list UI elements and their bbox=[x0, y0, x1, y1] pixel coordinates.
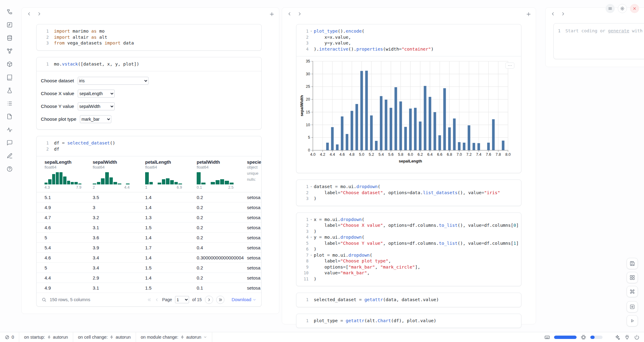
sidebar-snippets-button[interactable] bbox=[5, 112, 14, 121]
table-column-header[interactable]: sepalWidthfloat6424.4 bbox=[93, 159, 145, 190]
memory-button[interactable] bbox=[581, 334, 586, 340]
sidebar-ai-chat-button[interactable] bbox=[5, 138, 14, 147]
sidebar-documentation-button[interactable] bbox=[5, 73, 14, 81]
sidebar-logs-button[interactable] bbox=[5, 125, 14, 134]
y-value-select[interactable]: sepalWidth bbox=[78, 102, 115, 110]
next-page-button[interactable] bbox=[205, 296, 213, 304]
file-icon bbox=[6, 113, 13, 120]
error-counter[interactable]: 0 bbox=[0, 332, 19, 342]
menu-icon bbox=[608, 6, 613, 11]
sidebar-dependency-graph-button[interactable] bbox=[5, 47, 14, 55]
table-row[interactable]: 4.73.21.30.2setosa bbox=[37, 212, 261, 223]
column3-move-left-button[interactable] bbox=[550, 11, 556, 16]
column1-move-left-button[interactable] bbox=[27, 11, 32, 16]
code-editor-vstack[interactable]: 1mo.vstack([dataset, x, y, plot]) bbox=[37, 57, 261, 71]
bar-chart-svg[interactable]: 4.04.24.44.64.85.05.25.45.65.86.06.26.46… bbox=[299, 58, 511, 169]
chevron-right-icon bbox=[207, 297, 211, 302]
table-row[interactable]: 5.13.51.40.2setosa bbox=[37, 192, 261, 202]
cell-xy-plot-dropdowns[interactable]: 1▾x = mo.ui.dropdown(2 label="Choose X v… bbox=[296, 212, 521, 287]
code-editor-imports[interactable]: 1import marimo as mo2import altair as al… bbox=[37, 24, 261, 50]
table-row[interactable]: 4.63.41.40.30000000000000004setosa bbox=[37, 253, 261, 263]
column2-add-cell-button[interactable] bbox=[526, 11, 531, 17]
page-select[interactable]: 1 bbox=[175, 296, 189, 303]
cell-vstack[interactable]: 1mo.vstack([dataset, x, y, plot]) Choose… bbox=[36, 57, 262, 130]
keyboard-shortcuts-button[interactable] bbox=[627, 286, 638, 297]
plot-type-select[interactable]: mark_bar bbox=[80, 115, 111, 123]
code-editor-selected-dataset[interactable]: 1selected_dataset = getattr(data, datase… bbox=[296, 293, 521, 307]
settings-button[interactable] bbox=[618, 4, 627, 13]
column1-move-right-button[interactable] bbox=[37, 11, 42, 16]
chat-icon bbox=[6, 140, 13, 146]
bar-chart[interactable]: 4.04.24.44.64.85.05.25.45.65.86.06.26.46… bbox=[299, 58, 518, 170]
table-column-header[interactable]: petalWidthfloat640.12.5 bbox=[197, 159, 247, 190]
table-row[interactable]: 5.43.91.70.4setosa bbox=[37, 243, 261, 253]
list-icon bbox=[6, 100, 13, 107]
chevron-left-icon bbox=[155, 297, 159, 302]
prev-page-button[interactable] bbox=[155, 297, 159, 302]
sidebar-file-explorer-button[interactable] bbox=[5, 7, 14, 16]
cell-dataframe[interactable]: 1df = selected_dataset()2df sepalLengthf… bbox=[36, 136, 262, 307]
scratchpad-button[interactable] bbox=[627, 301, 638, 312]
chevron-right-icon bbox=[560, 11, 566, 16]
x-value-select[interactable]: sepalLength bbox=[78, 90, 115, 98]
table-search-button[interactable] bbox=[41, 297, 47, 302]
code-editor-dataframe[interactable]: 1df = selected_dataset()2df bbox=[37, 136, 261, 156]
kernel-connection-button[interactable] bbox=[624, 334, 630, 340]
code-editor-plot[interactable]: 1▾plot_type().encode(2 x=x.value,3 y=y.v… bbox=[296, 24, 521, 56]
ai-assistant-button[interactable] bbox=[614, 334, 620, 340]
plus-icon bbox=[269, 11, 275, 17]
notebook-column-2: 1▾plot_type().encode(2 x=x.value,3 y=y.v… bbox=[282, 7, 536, 324]
sidebar-scratchpad-button[interactable] bbox=[5, 86, 14, 94]
sidebar-functions-button[interactable] bbox=[5, 20, 14, 29]
table-row[interactable]: 53.61.40.2setosa bbox=[37, 233, 261, 243]
on-startup-autorun-setting[interactable]: on startup: autorun bbox=[19, 332, 73, 342]
cell-selected-dataset[interactable]: 1selected_dataset = getattr(data, datase… bbox=[296, 293, 521, 307]
chevron-right-icon bbox=[37, 11, 42, 16]
save-button[interactable] bbox=[627, 258, 638, 269]
download-button[interactable]: Download bbox=[232, 297, 257, 302]
memory-meter-fill bbox=[590, 336, 595, 339]
keyboard-button[interactable] bbox=[544, 334, 550, 340]
sidebar-help-button[interactable] bbox=[5, 165, 14, 173]
sidebar-annotate-button[interactable] bbox=[5, 151, 14, 160]
dataset-select[interactable]: iris bbox=[78, 77, 148, 85]
sidebar-packages-button[interactable] bbox=[5, 60, 14, 68]
cell-imports[interactable]: 1import marimo as mo2import altair as al… bbox=[36, 24, 262, 51]
cell-plot-type[interactable]: 1plot_type = getattr(alt.Chart(df), plot… bbox=[296, 314, 521, 328]
menu-button[interactable] bbox=[606, 4, 615, 13]
on-module-change-autorun-setting[interactable]: on module change: autorun bbox=[136, 332, 213, 342]
sidebar-data-sources-button[interactable] bbox=[5, 34, 14, 42]
code-editor-plot-type[interactable]: 1plot_type = getattr(alt.Chart(df), plot… bbox=[296, 314, 521, 328]
close-button[interactable] bbox=[630, 4, 639, 13]
column1-add-cell-button[interactable] bbox=[269, 11, 275, 17]
table-row[interactable]: 4.931.40.2setosa bbox=[37, 202, 261, 212]
cell-dataset-dropdown[interactable]: 1▾dataset = mo.ui.dropdown(2 label="Choo… bbox=[296, 180, 521, 206]
column2-move-right-button[interactable] bbox=[297, 11, 302, 16]
notebook-column-1: 1import marimo as mo2import altair as al… bbox=[21, 7, 279, 314]
generate-with-ai-link[interactable]: generate bbox=[608, 28, 629, 33]
table-column-header[interactable]: speciesobjectuniquenulls: bbox=[247, 159, 261, 190]
run-all-button[interactable] bbox=[627, 315, 638, 326]
layout-grid-button[interactable] bbox=[627, 272, 638, 283]
page-count-label: of 15 bbox=[192, 297, 202, 302]
column3-move-right-button[interactable] bbox=[560, 11, 566, 16]
chart-options-button[interactable] bbox=[505, 62, 514, 69]
chart-output: 4.04.24.44.64.85.05.25.45.65.86.06.26.46… bbox=[296, 56, 521, 173]
table-row[interactable]: 4.93.11.50.1setosa bbox=[37, 283, 261, 293]
on-cell-change-autorun-setting[interactable]: on cell change: autorun bbox=[73, 332, 136, 342]
cell-altair-plot[interactable]: 1▾plot_type().encode(2 x=x.value,3 y=y.v… bbox=[296, 24, 521, 173]
table-row[interactable]: 4.63.11.50.2setosa bbox=[37, 223, 261, 233]
table-row[interactable]: 4.42.91.40.2setosa bbox=[37, 273, 261, 283]
code-editor-xy-plot-dropdowns[interactable]: 1▾x = mo.ui.dropdown(2 label="Choose X v… bbox=[296, 213, 521, 286]
new-cell-editor[interactable]: 1 Start coding or generate with AI bbox=[553, 23, 644, 59]
sidebar-rules-button[interactable] bbox=[5, 99, 14, 108]
column2-move-left-button[interactable] bbox=[287, 11, 292, 16]
table-row[interactable]: 53.41.50.2setosa bbox=[37, 263, 261, 273]
code-editor-dataset-dropdown[interactable]: 1▾dataset = mo.ui.dropdown(2 label="Choo… bbox=[296, 180, 521, 206]
frame-icon bbox=[629, 304, 635, 310]
first-page-button[interactable] bbox=[147, 297, 152, 302]
last-page-button[interactable] bbox=[216, 296, 224, 304]
shutdown-button[interactable] bbox=[634, 334, 640, 340]
table-column-header[interactable]: petalLengthfloat6416.9 bbox=[145, 159, 197, 190]
table-column-header[interactable]: sepalLengthfloat644.37.9 bbox=[45, 159, 93, 190]
